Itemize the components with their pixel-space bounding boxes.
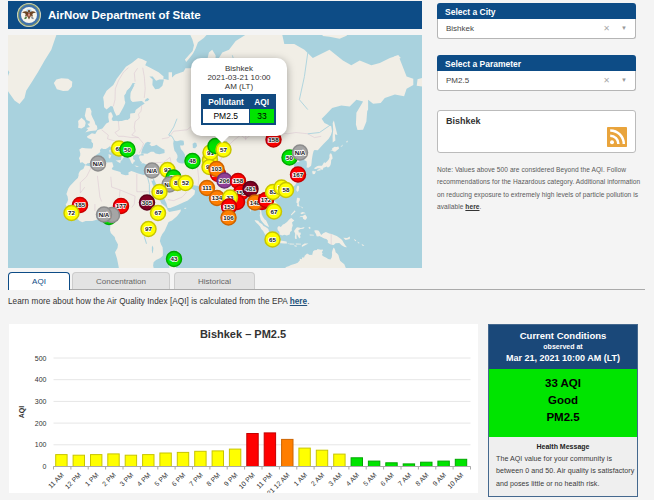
svg-text:N/A: N/A: [147, 167, 158, 174]
svg-text:300: 300: [34, 398, 46, 405]
svg-text:500: 500: [34, 355, 46, 362]
svg-text:AQI: AQI: [18, 406, 26, 419]
svg-text:65: 65: [269, 236, 276, 243]
svg-text:8 PM: 8 PM: [205, 471, 221, 487]
svg-text:7 PM: 7 PM: [187, 471, 203, 487]
svg-text:167: 167: [293, 171, 304, 178]
svg-text:4 PM: 4 PM: [135, 471, 151, 487]
svg-text:5 AM: 5 AM: [361, 471, 377, 487]
svg-text:11 AM: 11 AM: [46, 471, 64, 489]
svg-text:50: 50: [124, 146, 131, 153]
svg-text:2 AM: 2 AM: [309, 471, 325, 487]
svg-text:1 PM: 1 PM: [83, 471, 99, 487]
svg-text:12 PM: 12 PM: [63, 471, 82, 490]
svg-text:106: 106: [223, 214, 234, 221]
svg-text:97: 97: [145, 225, 152, 232]
svg-text:10 AM: 10 AM: [445, 471, 464, 490]
svg-text:6 PM: 6 PM: [170, 471, 186, 487]
svg-text:158: 158: [233, 177, 244, 184]
svg-text:6 AM: 6 AM: [379, 471, 395, 487]
svg-text:Bishkek – PM2.5: Bishkek – PM2.5: [199, 328, 285, 340]
svg-text:3 PM: 3 PM: [118, 471, 134, 487]
svg-text:4 AM: 4 AM: [344, 471, 360, 487]
svg-text:206: 206: [219, 177, 230, 184]
svg-text:1 AM: 1 AM: [292, 471, 308, 487]
svg-text:305: 305: [142, 199, 153, 206]
svg-text:200: 200: [34, 420, 46, 427]
svg-text:N/A: N/A: [295, 149, 306, 156]
svg-text:103: 103: [211, 165, 222, 172]
svg-text:153: 153: [224, 203, 235, 210]
svg-text:N/A: N/A: [93, 160, 104, 167]
svg-text:0: 0: [42, 463, 46, 470]
svg-text:111: 111: [202, 184, 212, 191]
svg-text:2 PM: 2 PM: [100, 471, 116, 487]
svg-text:48: 48: [189, 157, 196, 164]
svg-text:3 AM: 3 AM: [326, 471, 342, 487]
svg-text:10 PM: 10 PM: [237, 471, 256, 490]
svg-text:400: 400: [34, 376, 46, 383]
svg-text:134: 134: [212, 194, 223, 201]
svg-text:52: 52: [182, 179, 189, 186]
svg-text:481: 481: [245, 185, 256, 192]
svg-text:177: 177: [116, 202, 127, 209]
svg-text:89: 89: [156, 188, 163, 195]
svg-text:5 PM: 5 PM: [152, 471, 168, 487]
svg-text:158: 158: [268, 136, 279, 143]
svg-text:67: 67: [271, 208, 278, 215]
svg-text:58: 58: [283, 186, 290, 193]
svg-text:57: 57: [220, 146, 227, 153]
svg-text:8 AM: 8 AM: [413, 471, 429, 487]
svg-text:N/A: N/A: [99, 211, 110, 218]
svg-text:43: 43: [171, 255, 178, 262]
svg-text:7 AM: 7 AM: [396, 471, 412, 487]
svg-text:100: 100: [34, 441, 46, 448]
svg-text:67: 67: [155, 209, 162, 216]
svg-text:72: 72: [68, 209, 75, 216]
